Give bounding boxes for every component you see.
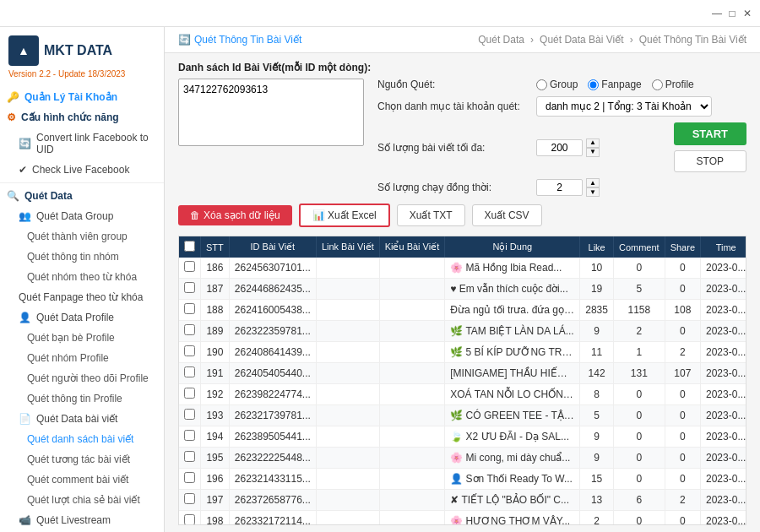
row-noi-dung: ✘ TIẾT LỘ "BẢO BỐI" C... (445, 490, 580, 511)
sidebar-label-luot-chia-se: Quét lượt chia sẻ bài viết (27, 494, 140, 506)
radio-fanpage[interactable]: Fanpage (588, 79, 641, 90)
gear-icon: ⚙ (7, 111, 16, 123)
row-stt: 186 (201, 258, 230, 279)
row-stt: 192 (201, 384, 230, 405)
sidebar-item-thanh-vien[interactable]: Quét thành viên group (0, 226, 164, 247)
col-comment: Comment (613, 236, 665, 258)
page-title: 🔄 Quét Thông Tin Bài Viết (178, 34, 301, 46)
sidebar-label-nhom-profile: Quét nhóm Profile (27, 352, 109, 364)
row-checkbox[interactable] (179, 448, 201, 469)
spin-so-luong: ▲ ▼ (586, 138, 600, 157)
sidebar-item-comment[interactable]: Quét comment bài viết (0, 470, 164, 490)
row-share: 2 (665, 342, 700, 363)
sidebar-label-quet-data: Quét Data (24, 190, 73, 202)
row-link (316, 448, 379, 469)
sidebar-item-quet-data[interactable]: 🔍 Quét Data (0, 186, 164, 206)
sidebar-item-data-bai-viet[interactable]: 📄 Quét Data bài viết (0, 409, 164, 429)
col-id: ID Bài Viết (229, 236, 316, 258)
excel-button[interactable]: 📊 Xuất Excel (299, 204, 390, 227)
row-link (316, 258, 379, 279)
sidebar-item-quet-data-group[interactable]: 👥 Quét Data Group (0, 206, 164, 226)
row-time: 2023-0... (701, 448, 746, 469)
row-id: 262416005438... (229, 300, 316, 321)
row-checkbox[interactable] (179, 279, 201, 300)
sidebar-label-danh-sach: Quét danh sách bài viết (27, 433, 133, 445)
minimize-button[interactable]: — (711, 8, 723, 19)
row-stt: 196 (201, 469, 230, 490)
select-all-checkbox[interactable] (184, 241, 195, 252)
start-button[interactable]: START (674, 122, 746, 145)
sidebar-item-danh-sach-bai-viet[interactable]: Quét danh sách bài viết (0, 429, 164, 449)
row-link (316, 363, 379, 384)
row-stt: 189 (201, 321, 230, 342)
sidebar-item-nhom-tu-khoa[interactable]: Quét nhóm theo từ khóa (0, 267, 164, 287)
row-checkbox[interactable] (179, 342, 201, 363)
col-share: Share (665, 236, 700, 258)
col-like: Like (580, 236, 614, 258)
stop-button[interactable]: STOP (674, 150, 746, 172)
so-luong-input[interactable] (536, 139, 583, 156)
danh-muc-select[interactable]: danh mục 2 | Tổng: 3 Tài Khoản (536, 96, 712, 117)
group-icon: 👥 (19, 210, 31, 222)
row-link (316, 469, 379, 490)
row-checkbox[interactable] (179, 405, 201, 426)
radio-group-input[interactable] (536, 79, 547, 90)
row-checkbox[interactable] (179, 490, 201, 511)
spin-up-dong-thoi[interactable]: ▲ (586, 178, 600, 187)
sidebar-item-ban-be[interactable]: Quét bạn bè Profile (0, 328, 164, 348)
row-stt: 194 (201, 426, 230, 448)
delete-button[interactable]: 🗑 Xóa sạch dữ liệu (178, 205, 292, 225)
row-checkbox[interactable] (179, 258, 201, 279)
sidebar-item-nguoi-theo-doi[interactable]: Quét người theo dõi Profile (0, 368, 164, 388)
close-button[interactable]: ✕ (741, 8, 753, 19)
spin-down-dong-thoi[interactable]: ▼ (586, 187, 600, 197)
maximize-button[interactable]: □ (726, 8, 738, 19)
row-checkbox[interactable] (179, 300, 201, 321)
sidebar-item-convert[interactable]: 🔄 Convert link Facebook to UID (0, 128, 164, 160)
row-checkbox[interactable] (179, 321, 201, 342)
sidebar-item-thong-tin-profile[interactable]: Quét thông tin Profile (0, 388, 164, 409)
logo: ▲ MKT DATA (0, 27, 164, 69)
radio-group[interactable]: Group (536, 79, 578, 90)
row-checkbox[interactable] (179, 511, 201, 526)
row-checkbox[interactable] (179, 363, 201, 384)
sidebar-item-tuong-tac[interactable]: Quét tương tác bài viết (0, 449, 164, 470)
data-table: STT ID Bài Viết Link Bài Viết Kiểu Bài V… (179, 236, 746, 525)
sidebar-label-thong-tin-nhom: Quét thông tin nhóm (27, 251, 119, 263)
sidebar-item-quet-data-profile[interactable]: 👤 Quét Data Profile (0, 307, 164, 328)
sidebar-item-quan-ly[interactable]: 🔑 Quản Lý Tài Khoản (0, 87, 164, 107)
nguon-radio-group: Group Fanpage Profile (536, 79, 694, 90)
radio-profile[interactable]: Profile (652, 79, 694, 90)
sidebar-label-data-bai-viet: Quét Data bài viết (36, 413, 117, 425)
row-stt: 193 (201, 405, 230, 426)
sidebar-item-nhom-profile[interactable]: Quét nhóm Profile (0, 348, 164, 368)
row-stt: 198 (201, 511, 230, 526)
ids-textarea[interactable]: 347122762093613 (178, 79, 364, 146)
row-checkbox[interactable] (179, 426, 201, 448)
breadcrumb-3: Quét Thông Tin Bài Viết (639, 34, 746, 46)
txt-button[interactable]: Xuất TXT (397, 204, 465, 226)
row-link (316, 300, 379, 321)
sidebar-item-livestream[interactable]: 📹 Quét Livestream (0, 510, 164, 530)
sidebar-item-luot-chia-se[interactable]: Quét lượt chia sẻ bài viết (0, 490, 164, 510)
row-comment: 0 (613, 405, 665, 426)
row-checkbox[interactable] (179, 384, 201, 405)
spin-down-so-luong[interactable]: ▼ (586, 148, 600, 157)
sidebar-item-thong-tin-nhom[interactable]: Quét thông tin nhóm (0, 247, 164, 267)
dong-thoi-input[interactable] (536, 179, 583, 196)
row-checkbox[interactable] (179, 469, 201, 490)
radio-fanpage-input[interactable] (588, 79, 599, 90)
row-time: 2023-0... (701, 405, 746, 426)
sidebar-item-check-live[interactable]: ✔ Check Live Facebook (0, 160, 164, 180)
sidebar-label-cau-hinh: Cấu hình chức năng (21, 111, 119, 123)
spin-up-so-luong[interactable]: ▲ (586, 138, 600, 148)
danh-muc-label: Chọn danh mục tài khoản quét: (377, 100, 529, 112)
sidebar-item-fanpage[interactable]: Quét Fanpage theo từ khóa (0, 287, 164, 307)
row-comment: 131 (613, 363, 665, 384)
row-link (316, 405, 379, 426)
csv-button[interactable]: Xuất CSV (472, 204, 542, 226)
radio-profile-input[interactable] (652, 79, 663, 90)
row-like: 13 (580, 490, 614, 511)
breadcrumb-2: Quét Data Bài Viết (540, 34, 624, 46)
sidebar-item-cau-hinh[interactable]: ⚙ Cấu hình chức năng (0, 107, 164, 128)
